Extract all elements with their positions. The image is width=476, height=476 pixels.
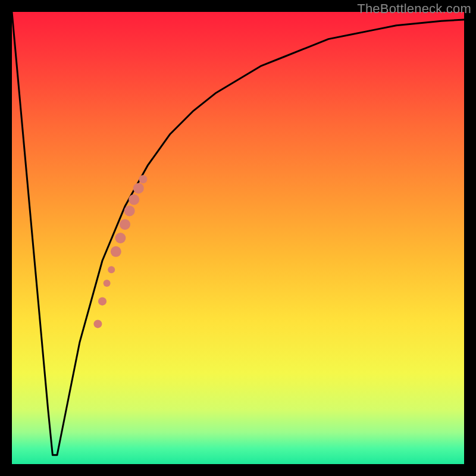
highlight-point bbox=[115, 233, 126, 243]
highlight-point bbox=[108, 266, 115, 273]
highlight-point bbox=[111, 246, 121, 257]
highlight-point bbox=[124, 205, 135, 216]
highlight-point bbox=[133, 183, 144, 193]
chart-frame: TheBottleneck.com bbox=[0, 0, 476, 476]
highlight-point bbox=[104, 280, 111, 287]
highlight-point bbox=[98, 297, 107, 305]
bottleneck-chart bbox=[12, 12, 464, 464]
highlight-point bbox=[139, 175, 147, 183]
highlight-point bbox=[120, 219, 130, 230]
watermark-label: TheBottleneck.com bbox=[357, 1, 471, 17]
highlight-point bbox=[129, 194, 139, 205]
highlight-point bbox=[93, 320, 102, 328]
